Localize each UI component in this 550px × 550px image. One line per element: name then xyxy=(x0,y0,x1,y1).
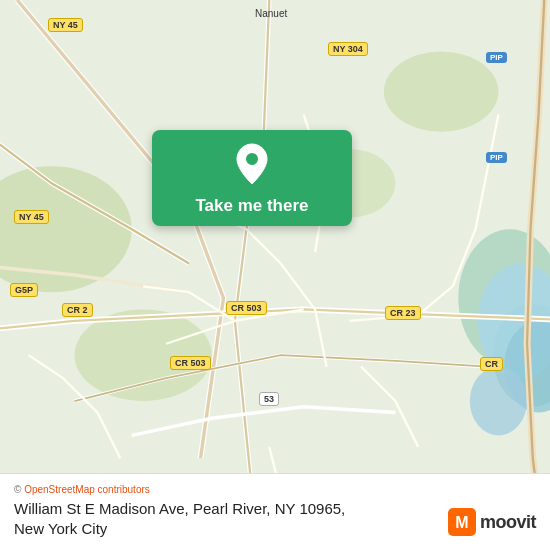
take-me-there-label[interactable]: Take me there xyxy=(185,196,318,216)
pip-mid-label: PIP xyxy=(486,152,507,163)
nanuet-label: Nanuet xyxy=(255,8,287,19)
attribution: © OpenStreetMap contributors xyxy=(14,484,536,495)
svg-text:M: M xyxy=(455,514,468,531)
address-text: William St E Madison Ave, Pearl River, N… xyxy=(14,500,345,517)
moovit-text: moovit xyxy=(480,512,536,533)
ny45-top-label: NY 45 xyxy=(48,18,83,32)
map-svg xyxy=(0,0,550,550)
moovit-logo: M moovit xyxy=(448,508,536,536)
g5p-label: G5P xyxy=(10,283,38,297)
ny45-left-label: NY 45 xyxy=(14,210,49,224)
take-me-there-card[interactable]: Take me there xyxy=(152,130,352,226)
location-pin-icon xyxy=(233,142,271,190)
address-line: William St E Madison Ave, Pearl River, N… xyxy=(14,499,345,538)
moovit-icon: M xyxy=(448,508,476,536)
openstreetmap-link[interactable]: OpenStreetMap contributors xyxy=(24,484,150,495)
cr2-label: CR 2 xyxy=(62,303,93,317)
n53-label: 53 xyxy=(259,392,279,406)
cr503-bot-label: CR 503 xyxy=(170,356,211,370)
attribution-text: © xyxy=(14,484,21,495)
svg-point-10 xyxy=(246,153,258,165)
svg-point-9 xyxy=(470,367,527,436)
cr503-mid-label: CR 503 xyxy=(226,301,267,315)
bottom-bar: © OpenStreetMap contributors William St … xyxy=(0,473,550,550)
ny304-label: NY 304 xyxy=(328,42,368,56)
cr-right-label: CR xyxy=(480,357,503,371)
svg-point-3 xyxy=(384,52,499,132)
city-text: New York City xyxy=(14,520,107,537)
pip-top-label: PIP xyxy=(486,52,507,63)
map-container: Nanuet NY 45 NY 304 PIP PIP NY 45 G5P CR… xyxy=(0,0,550,550)
cr23-label: CR 23 xyxy=(385,306,421,320)
